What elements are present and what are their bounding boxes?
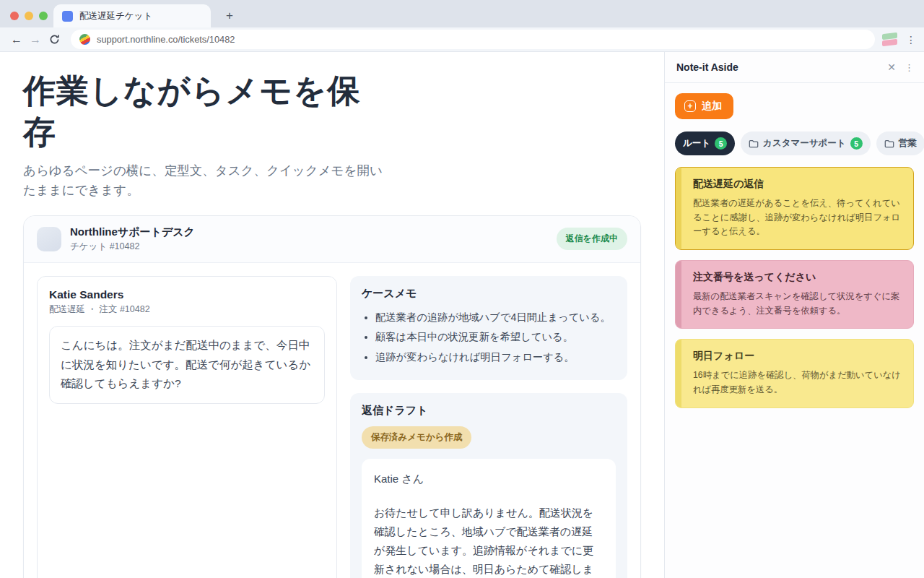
- folder-icon: [749, 139, 759, 148]
- note-body: 最新の配送業者スキャンを確認して状況をすぐに案内できるよう、注文番号を依頼する。: [693, 290, 902, 318]
- filter-label: ルート: [683, 137, 710, 150]
- note-body: 配送業者の遅延があることを伝え、待ってくれていることに感謝し、追跡が変わらなけれ…: [693, 197, 902, 239]
- overflow-menu-icon[interactable]: ⋮: [905, 62, 914, 73]
- note-title: 配送遅延の返信: [693, 178, 902, 191]
- count-badge: 5: [850, 137, 863, 150]
- aside-header: Note-it Aside ✕ ⋮: [665, 52, 924, 83]
- case-note-item: 配送業者の追跡が地域ハブで4日間止まっている。: [375, 309, 616, 326]
- note-card-delivery-reply[interactable]: 配送遅延の返信 配送業者の遅延があることを伝え、待ってくれていることに感謝し、追…: [675, 167, 914, 250]
- reply-draft-panel: 返信ドラフト 保存済みメモから作成 Katie さん お待たせして申し訳ありませ…: [350, 393, 627, 578]
- ticket-id: チケット #10482: [70, 241, 195, 253]
- draft-greeting: Katie さん: [374, 470, 603, 488]
- customer-meta: 配送遅延 ・ 注文 #10482: [49, 303, 325, 316]
- customer-message-panel: Katie Sanders 配送遅延 ・ 注文 #10482 こんにちは。注文が…: [37, 276, 337, 578]
- ticket-header: Northlineサポートデスク チケット #10482 返信を作成中: [24, 216, 640, 263]
- main-content: 作業しながらメモを保存 あらゆるページの横に、定型文、タスク、クイックメモを開い…: [0, 52, 664, 578]
- close-icon[interactable]: ✕: [887, 61, 896, 73]
- note-accent-strip: [676, 340, 681, 407]
- browser-toolbar: ← → support.northline.co/tickets/10482 ⋮: [0, 27, 924, 52]
- note-it-aside-panel: Note-it Aside ✕ ⋮ + 追加 ルート 5: [664, 52, 924, 578]
- note-body: 16時までに追跡を確認し、荷物がまだ動いていなければ再度更新を送る。: [693, 368, 902, 397]
- case-note-item: 顧客は本日中の状況更新を希望している。: [375, 329, 616, 345]
- note-card-follow-up[interactable]: 明日フォロー 16時までに追跡を確認し、荷物がまだ動いていなければ再度更新を送る…: [675, 339, 914, 407]
- org-avatar: [37, 227, 61, 251]
- case-notes-panel: ケースメモ 配送業者の追跡が地域ハブで4日間止まっている。 顧客は本日中の状況更…: [350, 276, 627, 380]
- case-note-item: 追跡が変わらなければ明日フォローする。: [375, 349, 616, 366]
- folder-icon: [884, 139, 894, 148]
- zoom-window-button[interactable]: [39, 12, 48, 20]
- url-bar[interactable]: support.northline.co/tickets/10482: [71, 30, 875, 49]
- note-title: 注文番号を送ってください: [693, 271, 902, 284]
- reply-draft-title: 返信ドラフト: [362, 404, 616, 418]
- forward-button[interactable]: →: [26, 30, 45, 49]
- filter-pill-sales[interactable]: 営業: [876, 131, 924, 155]
- site-favicon-icon: [79, 34, 90, 45]
- plus-icon: +: [684, 100, 696, 112]
- browser-menu-icon[interactable]: ⋮: [905, 34, 917, 46]
- tab-bar: 配送遅延チケット +: [0, 0, 924, 27]
- filter-label: 営業: [899, 137, 917, 150]
- page-title: 作業しながらメモを保存: [23, 71, 370, 152]
- new-tab-button[interactable]: +: [219, 6, 240, 26]
- draft-paragraph: お待たせして申し訳ありません。配送状況を確認したところ、地域ハブで配送業者の遅延…: [374, 504, 603, 578]
- case-notes-title: ケースメモ: [362, 287, 616, 301]
- add-note-label: 追加: [702, 100, 722, 113]
- note-accent-strip: [676, 261, 681, 328]
- browser-tab[interactable]: 配送遅延チケット: [53, 4, 211, 27]
- page-subtitle: あらゆるページの横に、定型文、タスク、クイックメモを開いたままにできます。: [23, 161, 384, 199]
- customer-name: Katie Sanders: [49, 288, 325, 301]
- filter-pill-customer-support[interactable]: カスタマーサポート 5: [741, 131, 871, 155]
- close-window-button[interactable]: [10, 12, 19, 20]
- ticket-card: Northlineサポートデスク チケット #10482 返信を作成中 Kati…: [23, 215, 641, 578]
- status-badge: 返信を作成中: [557, 228, 627, 250]
- note-title: 明日フォロー: [693, 350, 902, 363]
- filter-pill-root[interactable]: ルート 5: [675, 131, 735, 155]
- note-card-order-number[interactable]: 注文番号を送ってください 最新の配送業者スキャンを確認して状況をすぐに案内できる…: [675, 260, 914, 329]
- org-name: Northlineサポートデスク: [70, 225, 195, 239]
- note-accent-strip: [676, 168, 681, 249]
- reload-button[interactable]: [45, 30, 64, 49]
- reload-icon: [49, 34, 60, 45]
- minimize-window-button[interactable]: [25, 12, 33, 20]
- draft-source-badge: 保存済みメモから作成: [362, 426, 471, 449]
- customer-message: こんにちは。注文がまだ配送中のままで、今日中に状況を知りたいです。配送で何が起き…: [49, 326, 325, 404]
- add-note-button[interactable]: + 追加: [675, 93, 733, 119]
- count-badge: 5: [715, 137, 727, 150]
- tab-title: 配送遅延チケット: [79, 10, 152, 22]
- back-button[interactable]: ←: [7, 30, 26, 49]
- tab-favicon-icon: [62, 11, 73, 22]
- folder-filter-row: ルート 5 カスタマーサポート 5 営業: [675, 131, 914, 155]
- draft-message[interactable]: Katie さん お待たせして申し訳ありません。配送状況を確認したところ、地域ハ…: [362, 459, 616, 578]
- traffic-lights: [10, 12, 48, 20]
- aside-title: Note-it Aside: [676, 61, 738, 73]
- url-text: support.northline.co/tickets/10482: [97, 34, 235, 45]
- filter-label: カスタマーサポート: [763, 137, 846, 150]
- note-it-extension-icon[interactable]: [882, 33, 898, 46]
